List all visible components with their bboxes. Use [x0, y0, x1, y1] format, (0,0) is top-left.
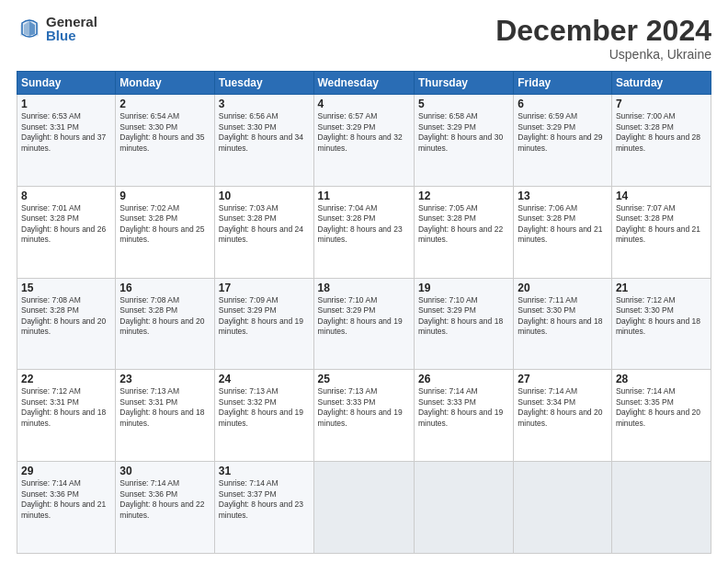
day-detail: Sunrise: 7:13 AMSunset: 3:33 PMDaylight:…	[318, 386, 403, 427]
header: General Blue December 2024 Uspenka, Ukra…	[17, 15, 711, 62]
day-detail: Sunrise: 7:13 AMSunset: 3:31 PMDaylight:…	[119, 386, 204, 427]
day-detail: Sunrise: 7:12 AMSunset: 3:31 PMDaylight:…	[21, 386, 106, 427]
day-number: 2	[119, 98, 210, 110]
day-number: 8	[21, 190, 111, 202]
calendar-day: 17Sunrise: 7:09 AMSunset: 3:29 PMDayligh…	[214, 278, 313, 370]
calendar-day: 30Sunrise: 7:14 AMSunset: 3:36 PMDayligh…	[116, 462, 214, 554]
calendar-day: 6Sunrise: 6:59 AMSunset: 3:29 PMDaylight…	[514, 95, 612, 187]
calendar-day: 4Sunrise: 6:57 AMSunset: 3:29 PMDaylight…	[313, 95, 414, 187]
day-detail: Sunrise: 6:59 AMSunset: 3:29 PMDaylight:…	[518, 111, 602, 152]
weekday-row: SundayMondayTuesdayWednesdayThursdayFrid…	[17, 72, 711, 95]
day-detail: Sunrise: 6:56 AMSunset: 3:30 PMDaylight:…	[219, 111, 303, 152]
day-number: 3	[219, 98, 310, 110]
calendar-day: 8Sunrise: 7:01 AMSunset: 3:28 PMDaylight…	[17, 186, 116, 278]
day-number: 27	[518, 373, 608, 385]
title-area: December 2024 Uspenka, Ukraine	[495, 15, 711, 62]
weekday-header-tuesday: Tuesday	[214, 72, 313, 95]
day-number: 6	[518, 98, 608, 110]
calendar-day: 23Sunrise: 7:13 AMSunset: 3:31 PMDayligh…	[116, 370, 214, 462]
day-detail: Sunrise: 7:14 AMSunset: 3:34 PMDaylight:…	[518, 386, 602, 427]
calendar-day: 12Sunrise: 7:05 AMSunset: 3:28 PMDayligh…	[414, 186, 513, 278]
calendar-day: 5Sunrise: 6:58 AMSunset: 3:29 PMDaylight…	[414, 95, 513, 187]
day-detail: Sunrise: 7:02 AMSunset: 3:28 PMDaylight:…	[119, 203, 204, 244]
day-number: 21	[616, 282, 707, 294]
month-title: December 2024	[495, 15, 711, 47]
weekday-header-wednesday: Wednesday	[313, 72, 414, 95]
calendar-day: 28Sunrise: 7:14 AMSunset: 3:35 PMDayligh…	[611, 370, 711, 462]
day-number: 24	[219, 373, 310, 385]
calendar-day: 1Sunrise: 6:53 AMSunset: 3:31 PMDaylight…	[17, 95, 116, 187]
calendar-day	[514, 462, 612, 554]
day-detail: Sunrise: 7:14 AMSunset: 3:35 PMDaylight:…	[616, 386, 700, 427]
day-number: 11	[318, 190, 410, 202]
day-detail: Sunrise: 7:14 AMSunset: 3:36 PMDaylight:…	[119, 478, 204, 519]
location-subtitle: Uspenka, Ukraine	[495, 47, 711, 62]
day-number: 1	[21, 98, 111, 110]
day-detail: Sunrise: 6:57 AMSunset: 3:29 PMDaylight:…	[318, 111, 403, 152]
day-number: 20	[518, 282, 608, 294]
day-number: 18	[318, 282, 410, 294]
calendar-day: 16Sunrise: 7:08 AMSunset: 3:28 PMDayligh…	[116, 278, 214, 370]
calendar-week-4: 22Sunrise: 7:12 AMSunset: 3:31 PMDayligh…	[17, 370, 711, 462]
calendar-day	[313, 462, 414, 554]
calendar-body: 1Sunrise: 6:53 AMSunset: 3:31 PMDaylight…	[17, 95, 711, 554]
page: General Blue December 2024 Uspenka, Ukra…	[0, 0, 728, 563]
calendar-day: 7Sunrise: 7:00 AMSunset: 3:28 PMDaylight…	[611, 95, 711, 187]
logo: General Blue	[17, 15, 97, 42]
day-number: 30	[119, 465, 210, 477]
day-detail: Sunrise: 7:10 AMSunset: 3:29 PMDaylight:…	[418, 295, 503, 336]
day-detail: Sunrise: 7:01 AMSunset: 3:28 PMDaylight:…	[21, 203, 106, 244]
day-number: 19	[418, 282, 509, 294]
day-number: 31	[219, 465, 310, 477]
calendar-day: 9Sunrise: 7:02 AMSunset: 3:28 PMDaylight…	[116, 186, 214, 278]
calendar-day: 25Sunrise: 7:13 AMSunset: 3:33 PMDayligh…	[313, 370, 414, 462]
calendar-day	[611, 462, 711, 554]
calendar-day: 27Sunrise: 7:14 AMSunset: 3:34 PMDayligh…	[514, 370, 612, 462]
calendar-day: 20Sunrise: 7:11 AMSunset: 3:30 PMDayligh…	[514, 278, 612, 370]
day-detail: Sunrise: 7:11 AMSunset: 3:30 PMDaylight:…	[518, 295, 602, 336]
day-number: 26	[418, 373, 509, 385]
logo-text: General Blue	[46, 15, 97, 42]
calendar-day: 29Sunrise: 7:14 AMSunset: 3:36 PMDayligh…	[17, 462, 116, 554]
weekday-header-thursday: Thursday	[414, 72, 513, 95]
calendar-day	[414, 462, 513, 554]
day-number: 29	[21, 465, 111, 477]
day-detail: Sunrise: 7:09 AMSunset: 3:29 PMDaylight:…	[219, 295, 303, 336]
weekday-header-monday: Monday	[116, 72, 214, 95]
calendar-day: 18Sunrise: 7:10 AMSunset: 3:29 PMDayligh…	[313, 278, 414, 370]
calendar-day: 11Sunrise: 7:04 AMSunset: 3:28 PMDayligh…	[313, 186, 414, 278]
calendar-week-1: 1Sunrise: 6:53 AMSunset: 3:31 PMDaylight…	[17, 95, 711, 187]
day-detail: Sunrise: 7:05 AMSunset: 3:28 PMDaylight:…	[418, 203, 503, 244]
calendar-day: 26Sunrise: 7:14 AMSunset: 3:33 PMDayligh…	[414, 370, 513, 462]
logo-icon	[17, 16, 42, 41]
calendar-day: 15Sunrise: 7:08 AMSunset: 3:28 PMDayligh…	[17, 278, 116, 370]
day-number: 12	[418, 190, 509, 202]
calendar-header: SundayMondayTuesdayWednesdayThursdayFrid…	[17, 72, 711, 95]
day-detail: Sunrise: 7:14 AMSunset: 3:33 PMDaylight:…	[418, 386, 503, 427]
calendar-day: 10Sunrise: 7:03 AMSunset: 3:28 PMDayligh…	[214, 186, 313, 278]
day-number: 23	[119, 373, 210, 385]
weekday-header-friday: Friday	[514, 72, 612, 95]
day-number: 7	[616, 98, 707, 110]
day-detail: Sunrise: 7:14 AMSunset: 3:37 PMDaylight:…	[219, 478, 303, 519]
calendar-day: 19Sunrise: 7:10 AMSunset: 3:29 PMDayligh…	[414, 278, 513, 370]
day-detail: Sunrise: 7:08 AMSunset: 3:28 PMDaylight:…	[21, 295, 106, 336]
calendar-day: 24Sunrise: 7:13 AMSunset: 3:32 PMDayligh…	[214, 370, 313, 462]
day-detail: Sunrise: 7:08 AMSunset: 3:28 PMDaylight:…	[119, 295, 204, 336]
day-detail: Sunrise: 6:54 AMSunset: 3:30 PMDaylight:…	[119, 111, 204, 152]
calendar-table: SundayMondayTuesdayWednesdayThursdayFrid…	[17, 71, 711, 554]
day-detail: Sunrise: 7:14 AMSunset: 3:36 PMDaylight:…	[21, 478, 106, 519]
day-detail: Sunrise: 6:53 AMSunset: 3:31 PMDaylight:…	[21, 111, 106, 152]
day-detail: Sunrise: 7:07 AMSunset: 3:28 PMDaylight:…	[616, 203, 700, 244]
day-number: 16	[119, 282, 210, 294]
day-number: 4	[318, 98, 410, 110]
day-detail: Sunrise: 7:04 AMSunset: 3:28 PMDaylight:…	[318, 203, 403, 244]
day-number: 22	[21, 373, 111, 385]
day-number: 15	[21, 282, 111, 294]
day-detail: Sunrise: 7:10 AMSunset: 3:29 PMDaylight:…	[318, 295, 403, 336]
logo-general-text: General	[46, 15, 97, 29]
weekday-header-sunday: Sunday	[17, 72, 116, 95]
calendar-day: 3Sunrise: 6:56 AMSunset: 3:30 PMDaylight…	[214, 95, 313, 187]
day-detail: Sunrise: 7:00 AMSunset: 3:28 PMDaylight:…	[616, 111, 700, 152]
day-number: 5	[418, 98, 509, 110]
